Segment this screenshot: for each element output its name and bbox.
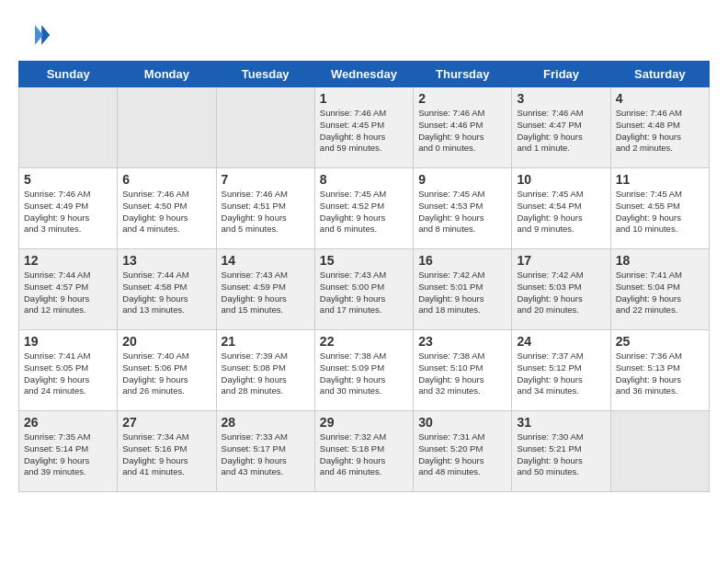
day-header-monday: Monday [118,62,216,87]
cell-daylight-info: Sunrise: 7:32 AM Sunset: 5:18 PM Dayligh… [320,431,408,478]
date-number: 21 [222,334,310,349]
date-number: 1 [320,91,408,106]
date-number: 15 [320,253,408,268]
cell-daylight-info: Sunrise: 7:31 AM Sunset: 5:20 PM Dayligh… [418,431,506,478]
cell-daylight-info: Sunrise: 7:40 AM Sunset: 5:06 PM Dayligh… [122,350,210,397]
cell-daylight-info: Sunrise: 7:42 AM Sunset: 5:01 PM Dayligh… [418,270,506,316]
cell-daylight-info: Sunrise: 7:44 AM Sunset: 4:57 PM Dayligh… [24,270,112,316]
calendar-cell [19,87,118,168]
cell-daylight-info: Sunrise: 7:42 AM Sunset: 5:03 PM Dayligh… [517,270,605,316]
calendar-cell: 25Sunrise: 7:36 AM Sunset: 5:13 PM Dayli… [610,330,709,411]
calendar-week-row: 19Sunrise: 7:41 AM Sunset: 5:05 PM Dayli… [19,330,710,411]
calendar-cell: 20Sunrise: 7:40 AM Sunset: 5:06 PM Dayli… [118,330,216,411]
date-number: 20 [122,334,210,349]
date-number: 2 [418,91,506,106]
date-number: 10 [517,172,605,187]
logo [18,18,55,52]
cell-daylight-info: Sunrise: 7:39 AM Sunset: 5:08 PM Dayligh… [222,350,310,397]
calendar-cell: 23Sunrise: 7:38 AM Sunset: 5:10 PM Dayli… [414,330,512,411]
date-number: 7 [222,172,310,187]
date-number: 16 [418,253,506,268]
calendar-cell [610,411,709,492]
calendar-cell: 3Sunrise: 7:46 AM Sunset: 4:47 PM Daylig… [512,87,610,168]
date-number: 22 [320,334,408,349]
calendar-cell [118,87,216,168]
cell-daylight-info: Sunrise: 7:36 AM Sunset: 5:13 PM Dayligh… [616,350,704,397]
calendar-cell [216,87,314,168]
calendar-cell: 8Sunrise: 7:45 AM Sunset: 4:52 PM Daylig… [314,168,413,249]
calendar-cell: 28Sunrise: 7:33 AM Sunset: 5:17 PM Dayli… [216,411,314,492]
date-number: 8 [320,172,408,187]
cell-daylight-info: Sunrise: 7:46 AM Sunset: 4:46 PM Dayligh… [418,108,506,155]
date-number: 19 [24,334,112,349]
date-number: 4 [616,91,704,106]
date-number: 18 [616,253,704,268]
cell-daylight-info: Sunrise: 7:43 AM Sunset: 5:00 PM Dayligh… [320,270,408,316]
calendar-cell: 9Sunrise: 7:45 AM Sunset: 4:53 PM Daylig… [414,168,512,249]
calendar-week-row: 1Sunrise: 7:46 AM Sunset: 4:45 PM Daylig… [19,87,710,168]
calendar-cell: 27Sunrise: 7:34 AM Sunset: 5:16 PM Dayli… [118,411,216,492]
calendar-cell: 29Sunrise: 7:32 AM Sunset: 5:18 PM Dayli… [314,411,413,492]
calendar-cell: 31Sunrise: 7:30 AM Sunset: 5:21 PM Dayli… [512,411,610,492]
cell-daylight-info: Sunrise: 7:46 AM Sunset: 4:50 PM Dayligh… [122,189,210,236]
date-number: 28 [222,415,310,430]
calendar-table: SundayMondayTuesdayWednesdayThursdayFrid… [18,61,710,492]
cell-daylight-info: Sunrise: 7:43 AM Sunset: 4:59 PM Dayligh… [222,270,310,316]
cell-daylight-info: Sunrise: 7:37 AM Sunset: 5:12 PM Dayligh… [517,350,605,397]
date-number: 13 [122,253,210,268]
day-header-sunday: Sunday [19,62,118,87]
date-number: 29 [320,415,408,430]
calendar-week-row: 12Sunrise: 7:44 AM Sunset: 4:57 PM Dayli… [19,249,710,330]
calendar-week-row: 5Sunrise: 7:46 AM Sunset: 4:49 PM Daylig… [19,168,710,249]
date-number: 9 [418,172,506,187]
cell-daylight-info: Sunrise: 7:46 AM Sunset: 4:48 PM Dayligh… [616,108,704,155]
day-header-wednesday: Wednesday [314,62,413,87]
cell-daylight-info: Sunrise: 7:46 AM Sunset: 4:47 PM Dayligh… [517,108,605,155]
date-number: 23 [418,334,506,349]
date-number: 12 [24,253,112,268]
calendar-cell: 10Sunrise: 7:45 AM Sunset: 4:54 PM Dayli… [512,168,610,249]
cell-daylight-info: Sunrise: 7:46 AM Sunset: 4:51 PM Dayligh… [222,189,310,236]
cell-daylight-info: Sunrise: 7:34 AM Sunset: 5:16 PM Dayligh… [122,431,210,478]
calendar-cell: 17Sunrise: 7:42 AM Sunset: 5:03 PM Dayli… [512,249,610,330]
calendar-cell: 26Sunrise: 7:35 AM Sunset: 5:14 PM Dayli… [19,411,118,492]
date-number: 5 [24,172,112,187]
cell-daylight-info: Sunrise: 7:46 AM Sunset: 4:49 PM Dayligh… [24,189,112,236]
cell-daylight-info: Sunrise: 7:41 AM Sunset: 5:04 PM Dayligh… [616,270,704,316]
date-number: 31 [517,415,605,430]
day-header-thursday: Thursday [414,62,512,87]
date-number: 25 [616,334,704,349]
calendar-header-row: SundayMondayTuesdayWednesdayThursdayFrid… [19,62,710,87]
cell-daylight-info: Sunrise: 7:45 AM Sunset: 4:55 PM Dayligh… [616,189,704,236]
calendar-cell: 7Sunrise: 7:46 AM Sunset: 4:51 PM Daylig… [216,168,314,249]
date-number: 6 [122,172,210,187]
calendar-cell: 24Sunrise: 7:37 AM Sunset: 5:12 PM Dayli… [512,330,610,411]
calendar-cell: 5Sunrise: 7:46 AM Sunset: 4:49 PM Daylig… [19,168,118,249]
cell-daylight-info: Sunrise: 7:46 AM Sunset: 4:45 PM Dayligh… [320,108,408,155]
date-number: 3 [517,91,605,106]
cell-daylight-info: Sunrise: 7:38 AM Sunset: 5:09 PM Dayligh… [320,350,408,397]
cell-daylight-info: Sunrise: 7:35 AM Sunset: 5:14 PM Dayligh… [24,431,112,478]
date-number: 17 [517,253,605,268]
calendar-cell: 13Sunrise: 7:44 AM Sunset: 4:58 PM Dayli… [118,249,216,330]
calendar-cell: 1Sunrise: 7:46 AM Sunset: 4:45 PM Daylig… [314,87,413,168]
calendar-cell: 30Sunrise: 7:31 AM Sunset: 5:20 PM Dayli… [414,411,512,492]
calendar-cell: 2Sunrise: 7:46 AM Sunset: 4:46 PM Daylig… [414,87,512,168]
calendar-cell: 18Sunrise: 7:41 AM Sunset: 5:04 PM Dayli… [610,249,709,330]
cell-daylight-info: Sunrise: 7:45 AM Sunset: 4:53 PM Dayligh… [418,189,506,236]
day-header-saturday: Saturday [610,62,709,87]
day-header-tuesday: Tuesday [216,62,314,87]
calendar-cell: 21Sunrise: 7:39 AM Sunset: 5:08 PM Dayli… [216,330,314,411]
calendar-cell: 16Sunrise: 7:42 AM Sunset: 5:01 PM Dayli… [414,249,512,330]
date-number: 24 [517,334,605,349]
cell-daylight-info: Sunrise: 7:30 AM Sunset: 5:21 PM Dayligh… [517,431,605,478]
cell-daylight-info: Sunrise: 7:45 AM Sunset: 4:52 PM Dayligh… [320,189,408,236]
date-number: 14 [222,253,310,268]
calendar-cell: 4Sunrise: 7:46 AM Sunset: 4:48 PM Daylig… [610,87,709,168]
date-number: 27 [122,415,210,430]
calendar-body: 1Sunrise: 7:46 AM Sunset: 4:45 PM Daylig… [19,87,710,492]
cell-daylight-info: Sunrise: 7:38 AM Sunset: 5:10 PM Dayligh… [418,350,506,397]
calendar-week-row: 26Sunrise: 7:35 AM Sunset: 5:14 PM Dayli… [19,411,710,492]
cell-daylight-info: Sunrise: 7:33 AM Sunset: 5:17 PM Dayligh… [222,431,310,478]
calendar-cell: 14Sunrise: 7:43 AM Sunset: 4:59 PM Dayli… [216,249,314,330]
